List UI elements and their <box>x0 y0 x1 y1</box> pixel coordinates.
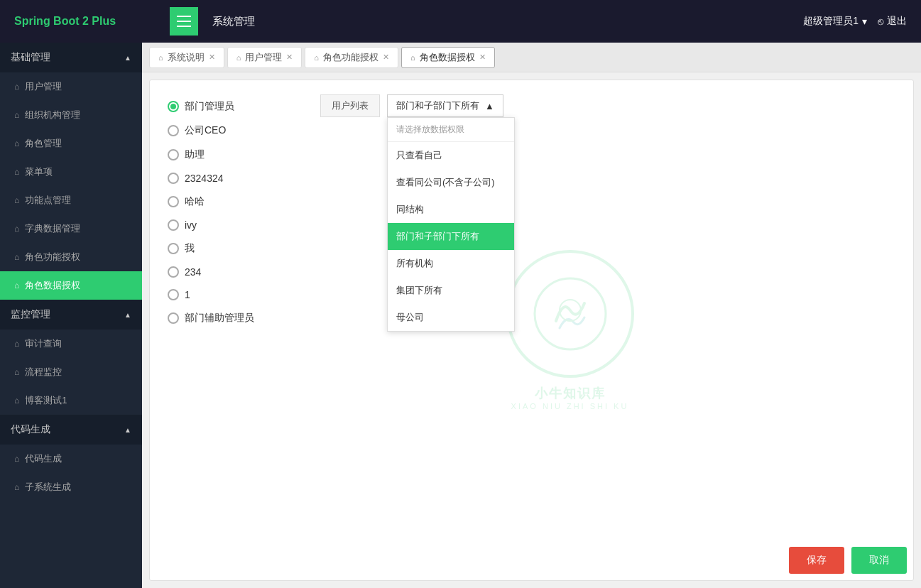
sidebar-item-menu-manage-label: 菜单项 <box>25 165 53 178</box>
role-item-2324324[interactable]: 2324324 <box>164 167 306 190</box>
dropdown-item-same-struct[interactable]: 同结构 <box>388 196 514 223</box>
logout-label: 退出 <box>887 15 907 28</box>
sidebar-item-role-func-label: 角色功能授权 <box>25 251 80 263</box>
radio-me <box>168 243 179 254</box>
role-item-1[interactable]: 1 <box>164 283 306 306</box>
sidebar-item-user-manage[interactable]: ⌂ 用户管理 <box>0 72 142 101</box>
sidebar-item-role-data-label: 角色数据授权 <box>25 279 80 292</box>
radio-ivy <box>168 219 179 231</box>
sidebar-item-role-manage[interactable]: ⌂ 角色管理 <box>0 129 142 158</box>
tab-user-manage-label: 用户管理 <box>245 51 282 64</box>
dropdown-scrollbar[interactable]: 只查看自己 查看同公司(不含子公司) 同结构 部门和子部门下所有 所有机构 集团… <box>388 142 514 331</box>
footer-buttons: 保存 取消 <box>789 547 907 574</box>
sidebar-group-basic-arrow: ▲ <box>124 54 131 62</box>
save-button[interactable]: 保存 <box>789 547 844 574</box>
home-icon: ⌂ <box>14 138 19 148</box>
home-icon: ⌂ <box>14 396 19 405</box>
tab-home-icon: ⌂ <box>314 53 319 62</box>
sidebar-item-audit[interactable]: ⌂ 审计查询 <box>0 330 142 358</box>
dropdown-item-group-all[interactable]: 集团下所有 <box>388 277 514 304</box>
radio-dept-manager <box>168 101 179 112</box>
sidebar-item-audit-label: 审计查询 <box>25 337 62 350</box>
content-area: 小牛知识库 XIAO NIU ZHI SHI KU 部门管理员 公司CEO 助理 <box>149 80 914 581</box>
cancel-button[interactable]: 取消 <box>851 547 907 574</box>
tab-role-func-auth-close[interactable]: ✕ <box>383 53 389 62</box>
sidebar-item-role-func[interactable]: ⌂ 角色功能授权 <box>0 243 142 271</box>
role-label-me: 我 <box>185 242 195 255</box>
logout-icon: ⎋ <box>878 16 883 27</box>
layout: 基础管理 ▲ ⌂ 用户管理 ⌂ 组织机构管理 ⌂ 角色管理 ⌂ 菜单项 ⌂ 功能… <box>0 43 921 588</box>
dropdown-item-same-company[interactable]: 查看同公司(不含子公司) <box>388 169 514 196</box>
logout-button[interactable]: ⎋ 退出 <box>878 15 907 28</box>
tab-user-manage-close[interactable]: ✕ <box>286 53 293 62</box>
role-item-assistant[interactable]: 助理 <box>164 143 306 167</box>
role-item-ceo[interactable]: 公司CEO <box>164 119 306 143</box>
dropdown-trigger[interactable]: 部门和子部门下所有 ▲ <box>387 94 503 117</box>
menu-toggle-button[interactable] <box>170 7 198 36</box>
tab-role-func-auth-label: 角色功能授权 <box>323 51 378 64</box>
role-label-ivy: ivy <box>185 219 197 231</box>
home-icon: ⌂ <box>14 110 19 120</box>
home-icon: ⌂ <box>14 195 19 205</box>
dropdown-item-self[interactable]: 只查看自己 <box>388 142 514 169</box>
sidebar-item-org-manage-label: 组织机构管理 <box>25 109 80 121</box>
role-label-dept-assist: 部门辅助管理员 <box>185 312 254 325</box>
home-icon: ⌂ <box>14 224 19 234</box>
tab-home-icon: ⌂ <box>158 53 163 62</box>
tab-role-data-auth-close[interactable]: ✕ <box>479 53 486 62</box>
dropdown-menu: 请选择放数据权限 只查看自己 查看同公司(不含子公司) 同结构 部门和子部门下所… <box>387 117 515 332</box>
sidebar-item-func-manage[interactable]: ⌂ 功能点管理 <box>0 186 142 214</box>
svg-point-0 <box>535 278 606 349</box>
radio-1 <box>168 289 179 300</box>
role-list: 部门管理员 公司CEO 助理 2324324 哈哈 <box>164 94 306 330</box>
role-item-234[interactable]: 234 <box>164 261 306 283</box>
role-item-dept-manager[interactable]: 部门管理员 <box>164 94 306 119</box>
tab-sys-desc[interactable]: ⌂ 系统说明 ✕ <box>149 47 224 68</box>
sidebar-item-user-manage-label: 用户管理 <box>25 80 62 93</box>
sidebar-item-flow[interactable]: ⌂ 流程监控 <box>0 358 142 386</box>
sidebar-group-code-arrow: ▲ <box>124 426 131 434</box>
user-table-header: 用户列表 部门和子部门下所有 ▲ 请选择放数据权限 只查看自己 查看同公司(不含… <box>320 94 899 117</box>
tab-role-data-auth[interactable]: ⌂ 角色数据授权 ✕ <box>401 47 495 68</box>
user-name: 超级管理员1 <box>803 15 859 28</box>
sidebar-item-test[interactable]: ⌂ 博客测试1 <box>0 386 142 415</box>
role-item-me[interactable]: 我 <box>164 236 306 261</box>
sidebar-item-sub-gen-label: 子系统生成 <box>25 481 71 494</box>
tab-user-manage[interactable]: ⌂ 用户管理 ✕ <box>227 47 303 68</box>
svg-point-1 <box>560 300 581 321</box>
tab-role-func-auth[interactable]: ⌂ 角色功能授权 ✕ <box>305 47 398 68</box>
tab-sys-desc-close[interactable]: ✕ <box>209 53 215 62</box>
dropdown-container: 部门和子部门下所有 ▲ 请选择放数据权限 只查看自己 查看同公司(不含子公司) … <box>387 94 503 117</box>
main-content: ⌂ 系统说明 ✕ ⌂ 用户管理 ✕ ⌂ 角色功能授权 ✕ ⌂ 角色数据授权 ✕ <box>142 43 921 588</box>
sidebar-group-monitor[interactable]: 监控管理 ▲ <box>0 300 142 330</box>
sidebar-item-role-data[interactable]: ⌂ 角色数据授权 <box>0 271 142 300</box>
dropdown-item-all-org[interactable]: 所有机构 <box>388 250 514 277</box>
sidebar-item-menu-manage[interactable]: ⌂ 菜单项 <box>0 158 142 186</box>
sidebar-item-org-manage[interactable]: ⌂ 组织机构管理 <box>0 101 142 129</box>
dropdown-item-dept-sub-all[interactable]: 部门和子部门下所有 <box>388 223 514 250</box>
role-item-dept-assist[interactable]: 部门辅助管理员 <box>164 306 306 330</box>
tab-sys-desc-label: 系统说明 <box>168 51 205 64</box>
sidebar-item-dict-manage-label: 字典数据管理 <box>25 222 80 235</box>
sidebar-item-dict-manage[interactable]: ⌂ 字典数据管理 <box>0 214 142 243</box>
sidebar-item-code-gen[interactable]: ⌂ 代码生成 <box>0 445 142 473</box>
sidebar-group-code[interactable]: 代码生成 ▲ <box>0 415 142 445</box>
header: Spring Boot 2 Plus 系统管理 超级管理员1 ▾ ⎋ 退出 <box>0 0 921 43</box>
role-item-haha[interactable]: 哈哈 <box>164 190 306 214</box>
role-item-ivy[interactable]: ivy <box>164 214 306 236</box>
sidebar-item-sub-gen[interactable]: ⌂ 子系统生成 <box>0 473 142 501</box>
tabs-bar: ⌂ 系统说明 ✕ ⌂ 用户管理 ✕ ⌂ 角色功能授权 ✕ ⌂ 角色数据授权 ✕ <box>142 43 921 72</box>
sidebar-group-basic-label: 基础管理 <box>11 51 50 64</box>
home-icon: ⌂ <box>14 281 19 290</box>
tab-role-data-auth-label: 角色数据授权 <box>420 51 475 64</box>
watermark-circle <box>506 250 634 378</box>
dropdown-arrow-icon: ▲ <box>485 101 494 111</box>
sidebar-item-test-label: 博客测试1 <box>25 394 67 407</box>
user-menu[interactable]: 超级管理员1 ▾ <box>803 15 867 28</box>
radio-haha <box>168 196 179 207</box>
user-dropdown-icon: ▾ <box>862 16 867 27</box>
user-table-area: 用户列表 部门和子部门下所有 ▲ 请选择放数据权限 只查看自己 查看同公司(不含… <box>320 94 899 117</box>
sidebar-item-code-gen-label: 代码生成 <box>25 452 62 465</box>
dropdown-item-parent-company[interactable]: 母公司 <box>388 304 514 331</box>
sidebar-group-basic[interactable]: 基础管理 ▲ <box>0 43 142 72</box>
